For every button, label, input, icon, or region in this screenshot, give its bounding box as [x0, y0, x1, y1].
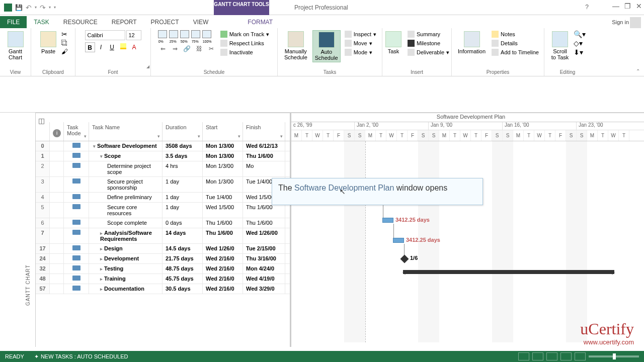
- deliverable-button[interactable]: Deliverable ▾: [407, 48, 450, 56]
- pct-75-button[interactable]: 75%: [191, 30, 200, 38]
- status-new-tasks[interactable]: ✦NEW TASKS : AUTO SCHEDULED: [34, 353, 128, 360]
- format-tab[interactable]: FORMAT: [240, 16, 280, 28]
- summary-button[interactable]: Summary: [407, 30, 450, 38]
- pct-100-button[interactable]: 100%: [202, 30, 211, 38]
- table-row[interactable]: 32▸Testing48.75 daysWed 2/16/0Mon 4/24/0: [36, 264, 290, 274]
- resource-tab[interactable]: RESOURCE: [56, 16, 105, 28]
- respect-links-button[interactable]: Respect Links: [219, 39, 271, 47]
- bold-button[interactable]: B: [85, 42, 95, 52]
- pct-50-button[interactable]: 50%: [180, 30, 189, 38]
- gantt-bar-row4[interactable]: [382, 218, 393, 223]
- task-tab[interactable]: TASK: [27, 16, 56, 28]
- pct-0-button[interactable]: 0%: [158, 30, 167, 38]
- font-size-input[interactable]: [126, 30, 141, 40]
- table-row[interactable]: 17▸Design14.5 daysWed 1/26/0Tue 2/15/00: [36, 244, 290, 254]
- table-row[interactable]: 2Determine project scope4 hrsMon 1/3/00M…: [36, 161, 290, 177]
- notes-icon: [492, 31, 499, 38]
- scroll-to-task-button[interactable]: Scroll to Task: [549, 30, 571, 61]
- table-row[interactable]: 4Define preliminary1 dayTue 1/4/00Wed 1/…: [36, 193, 290, 203]
- view-calendar-button[interactable]: [560, 352, 572, 360]
- project-tab[interactable]: PROJECT: [144, 16, 186, 28]
- redo-dd-icon[interactable]: ▾: [49, 5, 51, 10]
- manually-schedule-button[interactable]: Manually Schedule: [282, 30, 309, 61]
- collapse-ribbon-icon[interactable]: ⌃: [636, 68, 640, 74]
- link-button[interactable]: 🔗: [182, 45, 192, 54]
- table-row[interactable]: 57▸Documentation30.5 daysWed 2/16/0Wed 3…: [36, 284, 290, 294]
- duration-column-header[interactable]: Duration▾: [163, 122, 203, 141]
- insert-task-button[interactable]: Task: [383, 30, 404, 55]
- table-row[interactable]: 5Secure core resources1 dayWed 1/5/00Thu…: [36, 203, 290, 218]
- view-network-button[interactable]: [546, 352, 557, 360]
- pct-25-button[interactable]: 25%: [169, 30, 178, 38]
- zoom-slider[interactable]: [589, 355, 639, 357]
- timeline-panel[interactable]: [0, 76, 644, 113]
- table-row[interactable]: 1▾Scope3.5 daysMon 1/3/00Thu 1/6/00: [36, 151, 290, 161]
- add-timeline-button[interactable]: Add to Timeline: [491, 48, 540, 56]
- cut-icon[interactable]: ✂: [61, 30, 68, 38]
- move-icon: [345, 40, 352, 47]
- view-resource-button[interactable]: [575, 352, 586, 360]
- undo-dd-icon[interactable]: ▾: [35, 5, 37, 10]
- mode-button[interactable]: Mode ▾: [344, 48, 377, 56]
- table-row[interactable]: 3Secure project sponsorship1 dayMon 1/3/…: [36, 177, 290, 193]
- details-button[interactable]: Details: [491, 39, 540, 47]
- font-dialog-launcher[interactable]: ◢: [146, 64, 149, 69]
- auto-icon: [318, 32, 335, 48]
- undo-icon[interactable]: ↶: [26, 4, 32, 12]
- split-button[interactable]: ✂: [206, 45, 216, 54]
- report-tab[interactable]: REPORT: [105, 16, 144, 28]
- font-name-input[interactable]: [85, 30, 125, 40]
- copy-icon[interactable]: ⿻: [61, 39, 68, 47]
- view-gantt-button[interactable]: [518, 352, 529, 360]
- restore-icon[interactable]: ❐: [624, 2, 631, 10]
- view-usage-button[interactable]: [532, 352, 543, 360]
- table-row[interactable]: 48▸Training45.75 daysWed 2/16/0Wed 4/19/…: [36, 274, 290, 284]
- view-tab[interactable]: VIEW: [186, 16, 216, 28]
- avatar-icon[interactable]: [630, 17, 641, 28]
- file-tab[interactable]: FILE: [0, 16, 27, 28]
- clear-icon[interactable]: ◇▾: [574, 39, 586, 47]
- name-column-header[interactable]: Task Name▾: [89, 122, 163, 141]
- gantt-body[interactable]: 3412.25 days 3412.25 days 3412.25 days 1…: [291, 141, 644, 342]
- save-icon[interactable]: 💾: [15, 4, 23, 11]
- close-icon[interactable]: ✕: [636, 2, 642, 10]
- table-row[interactable]: 7▸Analysis/Software Requirements14 daysT…: [36, 228, 290, 244]
- italic-button[interactable]: I: [96, 42, 106, 52]
- gantt-bar-row5[interactable]: [393, 238, 404, 243]
- underline-button[interactable]: U: [107, 42, 117, 52]
- summary-bar-row7[interactable]: [403, 270, 614, 274]
- minimize-icon[interactable]: —: [612, 2, 619, 10]
- qat-customize-icon[interactable]: ▾: [54, 5, 56, 10]
- inspect-button[interactable]: Inspect ▾: [344, 30, 377, 38]
- milestone-button[interactable]: Milestone: [407, 39, 450, 47]
- fill-down-icon[interactable]: ⬇▾: [574, 48, 586, 56]
- finish-column-header[interactable]: Finish▾: [243, 122, 285, 141]
- information-button[interactable]: Information: [456, 30, 488, 55]
- mode-column-header[interactable]: Task Mode▾: [64, 122, 89, 141]
- help-icon[interactable]: ?: [585, 4, 589, 11]
- redo-icon[interactable]: ↷: [40, 4, 46, 12]
- find-icon[interactable]: 🔍▾: [574, 30, 586, 38]
- table-row[interactable]: 0▾Software Development3508 daysMon 1/3/0…: [36, 141, 290, 151]
- indent-button[interactable]: ⇒: [170, 45, 180, 54]
- notes-button[interactable]: Notes: [491, 30, 540, 38]
- table-row[interactable]: 6Scope complete0 daysThu 1/6/00Thu 1/6/0…: [36, 218, 290, 228]
- outdent-button[interactable]: ⇐: [158, 45, 168, 54]
- move-button[interactable]: Move ▾: [344, 39, 377, 47]
- start-column-header[interactable]: Start▾: [203, 122, 243, 141]
- inactivate-button[interactable]: Inactivate: [219, 48, 271, 56]
- auto-schedule-button[interactable]: Auto Schedule: [312, 30, 341, 62]
- mark-on-track-button[interactable]: Mark on Track ▾: [219, 30, 271, 38]
- format-painter-icon[interactable]: 🖌: [61, 48, 68, 55]
- fill-color-button[interactable]: [118, 42, 128, 52]
- milestone-icon: [408, 40, 415, 47]
- paste-button[interactable]: Paste: [38, 30, 58, 55]
- cursor-icon: ↖: [340, 188, 346, 196]
- gantt-chart[interactable]: Software Development Plan c 26, '99Jan 2…: [291, 113, 644, 347]
- font-color-button[interactable]: A: [129, 42, 139, 52]
- table-row[interactable]: 24▸Development21.75 daysWed 2/16/0Thu 3/…: [36, 254, 290, 264]
- gantt-chart-button[interactable]: Gantt Chart: [6, 30, 26, 61]
- unlink-button[interactable]: ⛓: [194, 45, 204, 54]
- milestone-row6[interactable]: [400, 255, 409, 263]
- sign-in-link[interactable]: Sign in: [612, 19, 629, 25]
